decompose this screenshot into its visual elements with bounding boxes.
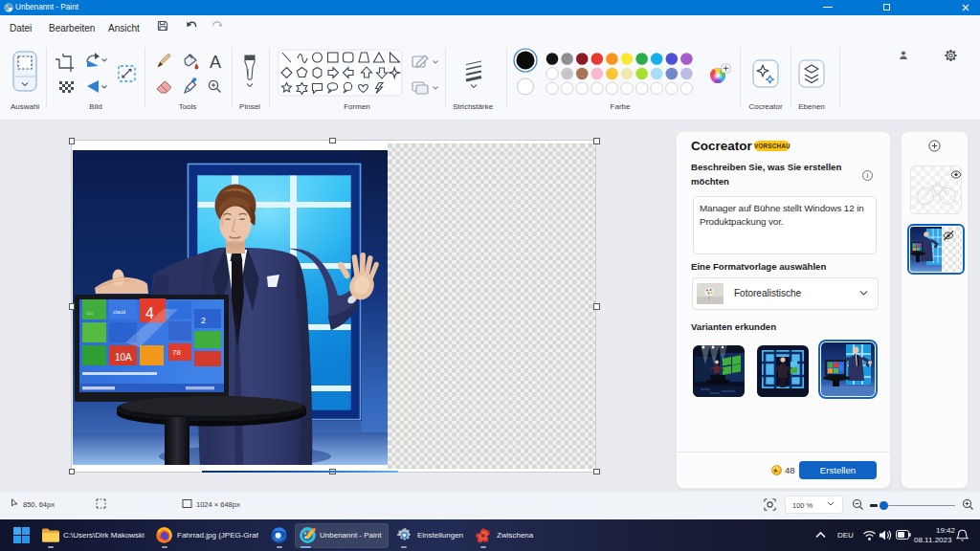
svg-text:78: 78: [172, 348, 181, 357]
svg-text:4: 4: [145, 305, 154, 321]
svg-text:2: 2: [201, 316, 206, 325]
svg-text:A: A: [210, 53, 221, 72]
svg-text:⌂⌂: ⌂⌂: [86, 310, 94, 316]
svg-text:10A: 10A: [115, 352, 132, 363]
svg-text:claud: claud: [113, 309, 125, 315]
